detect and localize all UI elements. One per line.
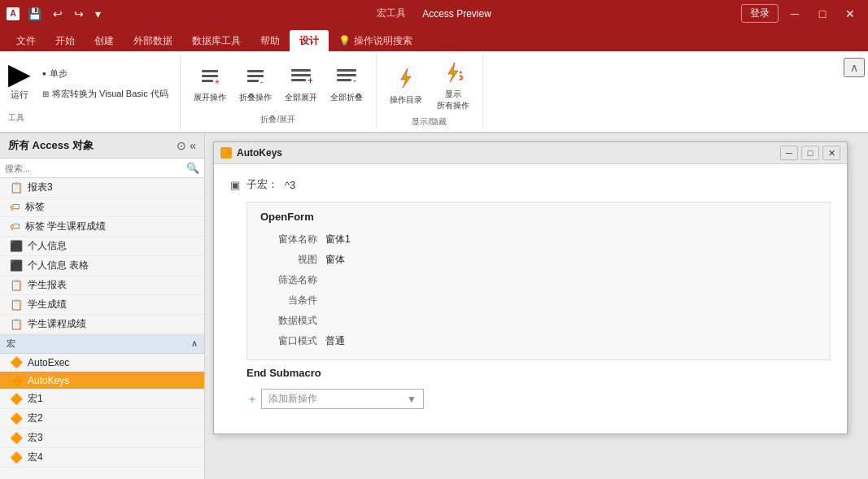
expand-label: 展开操作 (194, 92, 226, 103)
item-label: 宏2 (28, 412, 43, 425)
item-label: 报表3 (28, 181, 53, 194)
tab-design[interactable]: 设计 (290, 30, 329, 51)
close-button[interactable]: ✕ (839, 5, 861, 23)
list-item[interactable]: 🔶 宏2 (0, 409, 204, 429)
section-collapse-icon[interactable]: ∧ (191, 338, 198, 349)
svg-rect-0 (202, 70, 218, 72)
list-item[interactable]: 🏷 标签 学生课程成绩 (0, 217, 204, 237)
list-item[interactable]: 🏷 标签 (0, 198, 204, 217)
run-icon: ▶ (8, 59, 31, 89)
svg-text:-: - (260, 77, 263, 86)
undo-button[interactable]: ↩ (50, 6, 66, 22)
list-item[interactable]: 📋 学生成绩 (0, 295, 204, 315)
tab-search[interactable]: 💡 操作说明搜索 (329, 30, 422, 51)
label-icon: 🏷 (10, 220, 20, 233)
customize-button[interactable]: ▾ (92, 6, 104, 22)
login-button[interactable]: 登录 (741, 4, 779, 23)
tab-external-data[interactable]: 外部数据 (124, 30, 182, 51)
redo-button[interactable]: ↪ (71, 6, 87, 22)
expand-icon: + (198, 65, 221, 90)
ribbon: 文件 开始 创建 外部数据 数据库工具 帮助 设计 💡 操作说明搜索 ▶ 运行 … (0, 27, 868, 133)
svg-rect-4 (247, 70, 264, 72)
action-title: OpenForm (260, 211, 817, 223)
action-value: 普通 (325, 334, 345, 348)
macro-minimize-button[interactable]: ─ (780, 146, 798, 160)
list-item[interactable]: 📋 学生报表 (0, 276, 204, 295)
macro-icon: 🔶 (10, 432, 23, 444)
macro-window-title: AutoKeys (237, 147, 282, 159)
convert-vba-button[interactable]: ⊞ 将宏转换为 Visual Basic 代码 (39, 86, 172, 102)
submacro-label: 子宏： (246, 177, 278, 192)
lightbulb-icon: 💡 (338, 35, 351, 46)
svg-rect-12 (337, 69, 356, 72)
collapse-all-label: 全部折叠 (330, 92, 363, 103)
list-item[interactable]: 🔶 宏3 (0, 429, 204, 448)
action-label: 筛选名称 (260, 273, 325, 287)
action-catalog-icon (393, 65, 419, 93)
expand-all-button[interactable]: + 全部展开 (280, 63, 322, 105)
tab-file[interactable]: 文件 (7, 30, 46, 51)
left-nav: 所有 Access 对象 ⊙ « 🔍 📋 报表3 🏷 标签 🏷 标签 学生课程成… (0, 133, 205, 479)
list-item[interactable]: 📋 学生课程成绩 (0, 315, 204, 334)
nav-section-macros: 宏 ∧ (0, 334, 204, 354)
single-step-label: 单步 (50, 67, 68, 80)
add-icon[interactable]: ＋ (246, 392, 258, 407)
action-catalog-button[interactable]: 操作目录 (385, 63, 427, 107)
ribbon-content: ▶ 运行 ▪ 单步 ⊞ 将宏转换为 Visual Basic 代码 工具 (0, 51, 868, 133)
collapse-all-button[interactable]: - 全部折叠 (325, 63, 368, 105)
collapse-ribbon-button[interactable]: ∧ (844, 58, 865, 77)
maximize-button[interactable]: □ (811, 5, 834, 23)
item-label: 个人信息 表格 (28, 259, 89, 272)
item-label: 个人信息 (28, 239, 67, 253)
run-button[interactable]: ▶ 运行 (8, 59, 31, 101)
svg-marker-16 (401, 68, 411, 88)
tab-db-tools[interactable]: 数据库工具 (182, 30, 251, 51)
content-area: 🔶 AutoKeys ─ □ ✕ ▣ 子宏： ^3 (205, 133, 868, 479)
tab-create[interactable]: 创建 (85, 30, 124, 51)
app-section-title: 宏工具 (377, 7, 406, 20)
search-input[interactable] (5, 163, 186, 173)
ribbon-group-run: ▶ 运行 ▪ 单步 ⊞ 将宏转换为 Visual Basic 代码 工具 (0, 54, 181, 128)
submacro-header[interactable]: ▣ 子宏： ^3 (230, 177, 831, 192)
collapse-action-button[interactable]: - 折叠操作 (234, 63, 277, 105)
item-label: AutoKeys (28, 375, 69, 386)
action-row: 视图 窗体 (260, 250, 817, 270)
tools-group-label: 工具 (8, 109, 172, 124)
list-item[interactable]: 🔶 宏1 (0, 390, 204, 409)
action-label: 数据模式 (260, 314, 325, 328)
list-item[interactable]: ⬛ 个人信息 表格 (0, 256, 204, 276)
save-button[interactable]: 💾 (24, 6, 45, 22)
item-label: 宏1 (28, 392, 43, 406)
nav-search: 🔍 (0, 159, 204, 178)
macro-maximize-button[interactable]: □ (801, 146, 819, 160)
report-icon: 📋 (10, 318, 23, 330)
list-item[interactable]: 🔶 AutoExec (0, 354, 204, 372)
nav-menu-button[interactable]: ⊙ (177, 139, 186, 152)
expand-action-button[interactable]: + 展开操作 (189, 63, 231, 105)
item-label: 学生报表 (28, 278, 67, 292)
single-step-button[interactable]: ▪ 单步 (39, 66, 172, 81)
nav-header-buttons: ⊙ « (177, 139, 196, 152)
add-action-dropdown[interactable]: 添加新操作 ▼ (261, 389, 424, 409)
minimize-button[interactable]: ─ (783, 5, 806, 23)
list-item-autokeys[interactable]: 🔶 AutoKeys (0, 372, 204, 390)
nav-title: 所有 Access 对象 (8, 138, 94, 153)
ribbon-group-show: 操作目录 显示 所有操作 显示/隐藏 (377, 54, 483, 128)
list-item[interactable]: 🔶 宏4 (0, 448, 204, 468)
action-row: 筛选名称 (260, 270, 817, 290)
convert-label: 将宏转换为 Visual Basic 代码 (52, 88, 168, 100)
show-all-icon (440, 59, 466, 87)
macro-close-button[interactable]: ✕ (822, 146, 840, 160)
list-item[interactable]: ⬛ 个人信息 (0, 237, 204, 256)
action-label: 窗口模式 (260, 334, 325, 348)
tab-start[interactable]: 开始 (46, 30, 85, 51)
list-item[interactable]: 📋 报表3 (0, 178, 204, 198)
svg-marker-18 (460, 71, 463, 74)
nav-collapse-button[interactable]: « (190, 139, 196, 152)
macro-window-buttons: ─ □ ✕ (780, 146, 840, 160)
collapse-label: 折叠操作 (239, 92, 272, 103)
svg-rect-8 (291, 69, 311, 72)
end-submacro-label: End Submacro (246, 367, 831, 379)
tab-help[interactable]: 帮助 (251, 30, 290, 51)
show-all-button[interactable]: 显示 所有操作 (432, 58, 474, 113)
